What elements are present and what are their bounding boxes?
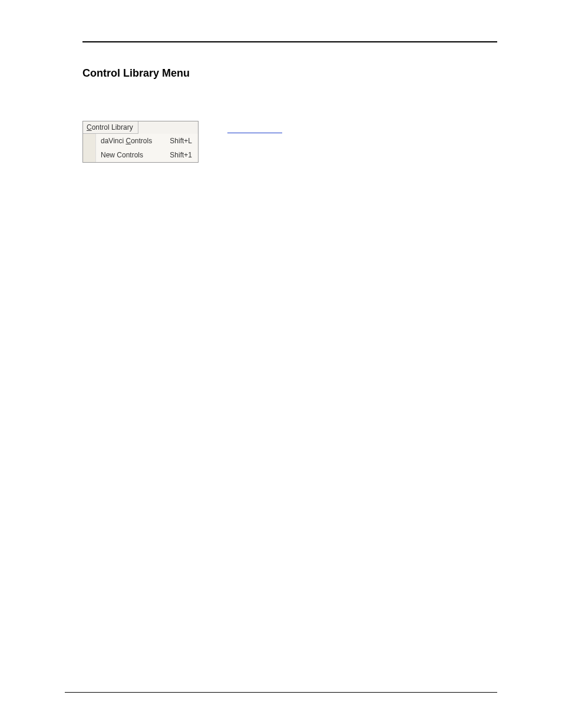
menu-item-shortcut: Shift+L <box>170 137 192 145</box>
menu-item-davinci-controls[interactable]: daVinci Controls Shift+L <box>96 134 198 148</box>
menu-title-text: ontrol Library <box>92 123 133 131</box>
menu-item-label: New Controls <box>101 151 143 159</box>
page-heading: Control Library Menu <box>82 67 497 80</box>
menu-items-list: daVinci Controls Shift+L New Controls Sh… <box>96 134 198 162</box>
menu-item-label: daVinci Controls <box>101 137 152 145</box>
menu-title-accel: C <box>87 123 92 131</box>
menu-gutter <box>83 134 96 162</box>
menu-title[interactable]: Control Library <box>83 121 138 134</box>
blue-underline <box>227 133 282 133</box>
control-library-menu: Control Library daVinci Controls Shift+L… <box>82 121 199 163</box>
menu-item-shortcut: Shift+1 <box>170 151 192 159</box>
bottom-horizontal-rule <box>65 692 497 693</box>
menu-item-new-controls[interactable]: New Controls Shift+1 <box>96 148 198 162</box>
top-horizontal-rule <box>82 41 497 42</box>
